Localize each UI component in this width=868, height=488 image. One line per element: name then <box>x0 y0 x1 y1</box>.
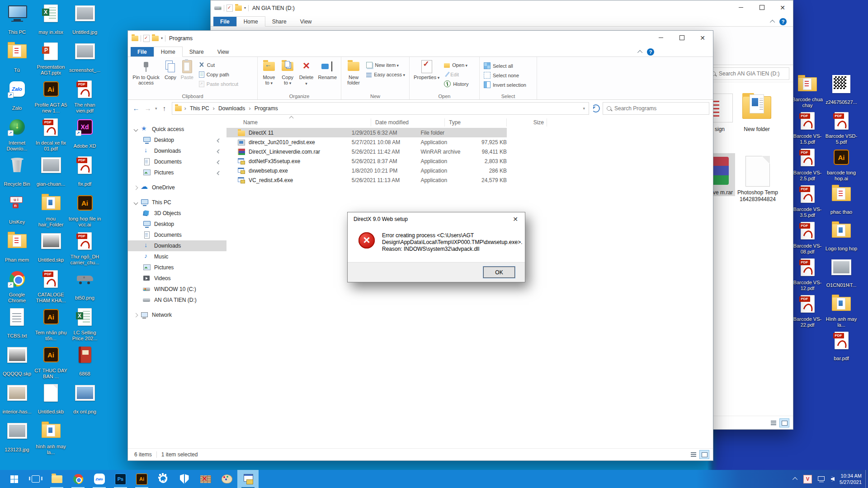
new-folder-button[interactable]: New folder <box>343 58 364 86</box>
taskbar-paint[interactable] <box>216 470 237 488</box>
properties-button[interactable]: Properties <box>411 58 442 81</box>
select-all-button[interactable]: Select all <box>481 61 528 70</box>
desktop-icon-barcode-vs22[interactable]: Barcode VS-22.pdf <box>791 293 824 330</box>
tab-home[interactable]: Home <box>236 16 265 27</box>
desktop-icon-mou-hair-folder[interactable]: mou hair_Folder <box>34 192 68 230</box>
help-icon[interactable]: ? <box>779 18 787 25</box>
start-button[interactable] <box>4 470 25 488</box>
close-button[interactable]: ✕ <box>692 31 713 45</box>
tab-file[interactable]: File <box>213 17 236 26</box>
ok-button[interactable]: OK <box>483 267 515 278</box>
tab-view[interactable]: View <box>293 17 319 26</box>
desktop-icon-barcode-vs15[interactable]: Barcode VS-1.5.pdf <box>791 110 824 147</box>
minimize-button[interactable] <box>651 31 671 45</box>
sidebar-item-downloads-pinned[interactable]: Downloads <box>128 145 226 156</box>
minimize-button[interactable] <box>731 0 751 14</box>
copy-path-button[interactable]: Copy path <box>196 70 241 79</box>
desktop-icon-profile-agt-ai[interactable]: Profile AGT A5 new 1... <box>34 79 68 117</box>
file-row-dotnetfx35[interactable]: dotNetFx35setup.exe 5/26/2021 8:37 AM Ap… <box>226 156 507 166</box>
select-none-button[interactable]: Select none <box>481 70 528 80</box>
desktop-icon-untitled-skb[interactable]: Untitled.skb <box>34 382 68 420</box>
taskbar-firewall[interactable] <box>195 470 216 488</box>
network-tray-icon[interactable] <box>818 476 825 482</box>
desktop-icon-zalo[interactable]: Zalo <box>0 79 34 117</box>
desktop-icon-dx-onl-png[interactable]: dx onl.png <box>68 382 102 420</box>
sidebar-item-an-gia-tien-d[interactable]: AN GIA TIEN (D:) <box>128 295 226 305</box>
desktop-icon-barcode-tong-hop-ai[interactable]: barcode tong hop.ai <box>825 147 858 183</box>
desktop-icon-barcode-chua-chay[interactable]: Barcode chua chay <box>791 74 824 110</box>
desktop-icon-123123-jpg[interactable]: 123123.jpg <box>0 420 34 458</box>
desktop-icon-barcode-vs25[interactable]: Barcode VS-2.5.pdf <box>791 147 824 183</box>
desktop-icon-fix-pdf[interactable]: fix.pdf <box>68 155 102 192</box>
column-header-date-modified[interactable]: Date modified <box>371 118 445 127</box>
file-item-new-folder[interactable]: New folder <box>735 90 778 133</box>
move-to-button[interactable]: Move to <box>259 58 278 87</box>
desktop-icon-cataloge-pdf[interactable]: CATALOGE THAM KHA... <box>34 268 68 306</box>
desktop-icon-this-pc[interactable]: This PC <box>0 3 34 41</box>
rename-button[interactable]: Rename <box>316 58 339 81</box>
taskbar-chrome[interactable] <box>67 470 89 488</box>
desktop-icon-qqqqq-skp[interactable]: QQQQQ.skp <box>0 344 34 382</box>
desktop-icon-adobe-xd[interactable]: Adobe XD <box>68 117 102 155</box>
sidebar-item-quick-access[interactable]: Quick access <box>128 124 226 135</box>
thumbnail-view-toggle[interactable] <box>699 450 709 459</box>
desktop-icon-barcode-vs35[interactable]: Barcode VS-3.5.pdf <box>791 183 824 220</box>
properties-check-icon[interactable] <box>143 35 150 42</box>
unikey-tray-icon[interactable] <box>803 475 812 483</box>
desktop-icon-presentation-pptx[interactable]: Presentation AGT.pptx <box>34 41 68 79</box>
close-button[interactable]: ✕ <box>772 0 793 14</box>
taskbar-settings[interactable] <box>152 470 174 488</box>
tab-home[interactable]: Home <box>154 47 183 57</box>
sidebar-item-desktop[interactable]: Desktop <box>128 219 226 230</box>
sidebar-item-pictures[interactable]: Pictures <box>128 262 226 273</box>
breadcrumb[interactable]: › This PC › Downloads › Programs ▾ <box>172 102 589 115</box>
file-row-directx-jun2010[interactable]: directx_Jun2010_redist.exe 5/27/2021 10:… <box>226 137 507 147</box>
sidebar-item-documents-pinned[interactable]: Documents <box>128 156 226 167</box>
copy-button[interactable]: Copy <box>162 58 179 81</box>
delete-button[interactable]: ×Delete <box>297 58 316 87</box>
taskbar-photoshop[interactable] <box>110 470 131 488</box>
desktop-icon-o1cn01f4t[interactable]: O1CN01f4T... <box>825 257 858 293</box>
tab-share[interactable]: Share <box>265 17 293 26</box>
sidebar-item-desktop-pinned[interactable]: Desktop <box>128 135 226 145</box>
desktop-icon-untitled-skp[interactable]: Untitled.skp <box>34 230 68 268</box>
back-button[interactable]: ← <box>132 104 141 112</box>
chevron-down-icon[interactable] <box>134 127 138 131</box>
desktop-icon-tu[interactable]: Tú <box>0 41 34 79</box>
taskbar-illustrator[interactable] <box>131 470 152 488</box>
help-icon[interactable]: ? <box>647 48 654 56</box>
folder-icon[interactable] <box>235 5 242 11</box>
file-row-vc-redist[interactable]: VC_redist.x64.exe 5/26/2021 11:13 AM App… <box>226 175 507 185</box>
new-item-button[interactable]: New item <box>364 60 407 70</box>
sidebar-item-documents[interactable]: Documents <box>128 230 226 240</box>
sidebar-item-3d-objects[interactable]: 3D Objects <box>128 208 226 219</box>
file-row-dxwebsetup[interactable]: dxwebsetup.exe 1/8/2020 10:21 PM Applica… <box>226 166 507 175</box>
paste-button[interactable]: Paste <box>179 58 196 81</box>
sidebar-item-pictures-pinned[interactable]: Pictures <box>128 167 226 178</box>
easy-access-button[interactable]: Easy access <box>364 70 407 79</box>
file-row-directx-linkneverdie[interactable]: DirectX_Linkneverdie.com.rar 5/26/2021 1… <box>226 147 507 156</box>
sidebar-item-onedrive[interactable]: OneDrive <box>128 182 226 193</box>
sidebar-item-network[interactable]: Network <box>128 310 226 320</box>
tab-view[interactable]: View <box>211 47 236 56</box>
desktop-icon-gian-chuan[interactable]: gian-chuan... <box>34 155 68 192</box>
sidebar-item-this-pc[interactable]: This PC <box>128 197 226 208</box>
sidebar-item-windows-c[interactable]: WINDOW 10 (C:) <box>128 284 226 295</box>
desktop-icon-logo-tong-hop[interactable]: Logo tong hop <box>825 220 858 257</box>
search-box[interactable]: Search AN GIA TIEN (D:) <box>707 67 789 80</box>
address-dropdown-caret-icon[interactable]: ▾ <box>583 106 585 111</box>
customize-qat-caret-icon[interactable]: ▾ <box>244 6 246 10</box>
sidebar-item-videos[interactable]: Videos <box>128 273 226 284</box>
cut-button[interactable]: Cut <box>196 60 241 70</box>
invert-selection-button[interactable]: Invert selection <box>481 80 528 89</box>
desktop-icon-tem-nhan-ai[interactable]: Tem nhãn phụ tổn... <box>34 306 68 344</box>
breadcrumb-this-pc[interactable]: This PC <box>189 105 210 112</box>
sidebar-item-music[interactable]: Music <box>128 251 226 262</box>
desktop-icon-the-nhan-vien-pdf[interactable]: The nhan vien.pdf <box>68 79 102 117</box>
desktop-icon-unikey[interactable]: UniKey <box>0 192 34 230</box>
title-bar[interactable]: ▾ AN GIA TIEN (D:) ✕ <box>211 0 793 15</box>
desktop-icon-tcbs-txt[interactable]: TCBS.txt <box>0 306 34 344</box>
close-icon[interactable]: ✕ <box>506 213 524 225</box>
thumbnail-view-toggle[interactable] <box>779 418 789 427</box>
dialog-title-bar[interactable]: DirectX 9.0 Web setup ✕ <box>348 212 525 226</box>
